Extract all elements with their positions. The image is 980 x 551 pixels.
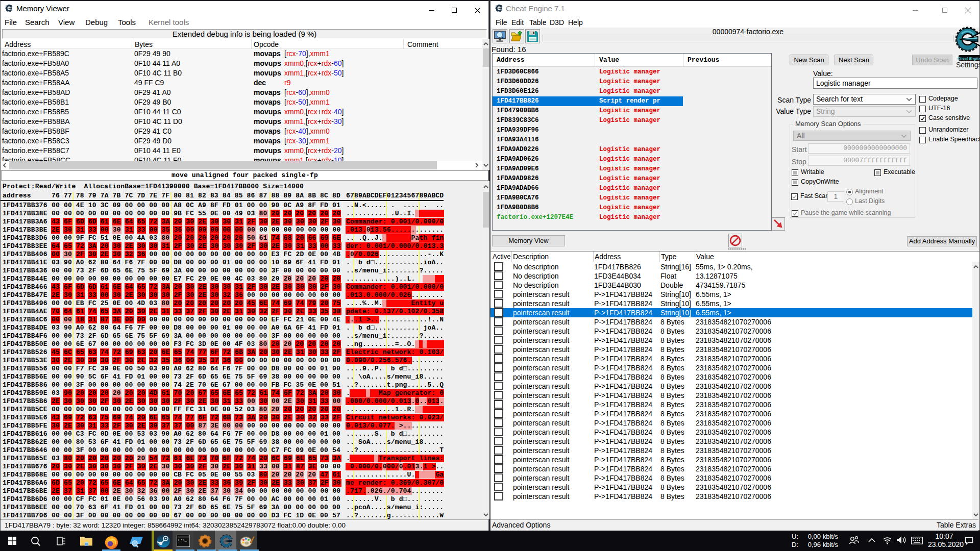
svg-text:C:\_: C:\_ (178, 538, 187, 542)
svg-text:Cheat Engine: Cheat Engine (958, 56, 980, 61)
